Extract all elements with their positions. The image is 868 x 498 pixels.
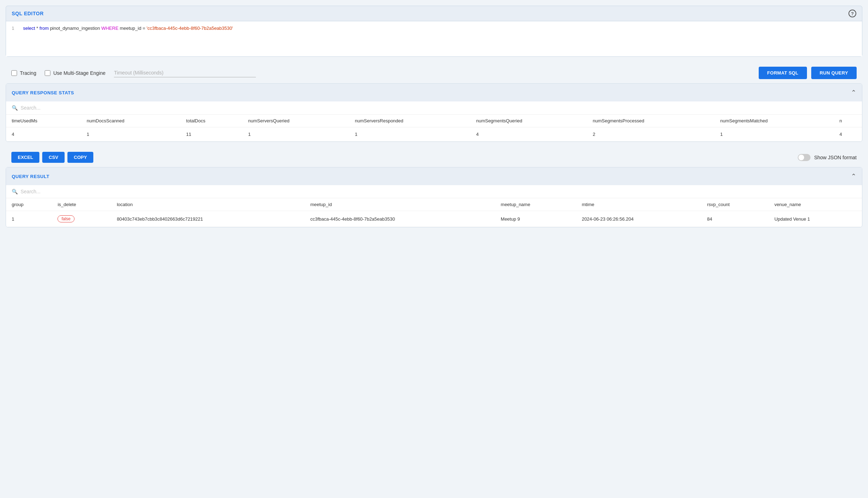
json-format-label: Show JSON format (814, 155, 857, 160)
sql-table-name: pinot_dynamo_ingestion (50, 26, 101, 31)
cell-mtime: 2024-06-23 06:26:56.204 (576, 211, 701, 227)
cell-numSegmentsQueried: 4 (471, 127, 587, 142)
col-rsvp-count: rsvp_count (702, 198, 769, 211)
run-query-button[interactable]: RUN QUERY (811, 67, 857, 79)
cell-meetup-id: cc3fbaca-445c-4ebb-8f60-7b2a5eab3530 (304, 211, 495, 227)
result-section-header: QUERY RESULT ⌃ (6, 167, 862, 185)
cell-numSegmentsProcessed: 2 (587, 127, 714, 142)
sql-string-value: 'cc3fbaca-445c-4ebb-8f60-7b2a5eab3530' (147, 26, 233, 31)
result-table-wrapper: group is_delete location meetup_id meetu… (6, 198, 862, 227)
stats-search-input[interactable] (21, 105, 856, 111)
json-format-toggle[interactable] (798, 154, 811, 161)
sql-from-keyword: from (39, 26, 49, 31)
col-numServersResponded: numServersResponded (349, 115, 471, 127)
cell-is-delete: false (52, 211, 111, 227)
format-sql-button[interactable]: FORMAT SQL (759, 67, 807, 79)
toolbar: Tracing Use Multi-Stage Engine FORMAT SQ… (6, 62, 862, 83)
timeout-input[interactable] (114, 68, 256, 77)
sql-where-keyword: WHERE (101, 26, 118, 31)
result-search-input[interactable] (21, 189, 856, 194)
sql-editor-body[interactable]: 1 select * from pinot_dynamo_ingestion W… (6, 21, 862, 56)
result-title: QUERY RESULT (12, 174, 49, 179)
col-extra: n (834, 115, 862, 127)
cell-numSegmentsMatched: 1 (715, 127, 834, 142)
result-table: group is_delete location meetup_id meetu… (6, 198, 862, 227)
sql-editor-section: SQL EDITOR ? 1 select * from pinot_dynam… (6, 6, 862, 57)
col-group: group (6, 198, 52, 211)
help-icon[interactable]: ? (848, 10, 856, 17)
col-meetup-name: meetup_name (495, 198, 576, 211)
result-data-row: 1 false 80403c743eb7cbb3c8402663d6c72192… (6, 211, 862, 227)
cell-group: 1 (6, 211, 52, 227)
false-badge: false (57, 215, 74, 222)
cell-rsvp-count: 84 (702, 211, 769, 227)
col-numSegmentsQueried: numSegmentsQueried (471, 115, 587, 127)
line-number: 1 (12, 26, 19, 52)
multistage-checkbox-group: Use Multi-Stage Engine (45, 70, 105, 76)
stats-search-bar: 🔍 (6, 101, 862, 115)
stats-search-icon: 🔍 (12, 105, 18, 111)
tracing-checkbox[interactable] (11, 70, 17, 76)
sql-condition: meetup_id = (120, 26, 147, 31)
result-search-icon: 🔍 (12, 189, 18, 194)
col-numDocsScanned: numDocsScanned (81, 115, 180, 127)
result-search-bar: 🔍 (6, 185, 862, 198)
stats-title: QUERY RESPONSE STATS (12, 90, 74, 95)
sql-asterisk: * (37, 26, 40, 31)
cell-numServersResponded: 1 (349, 127, 471, 142)
multistage-label[interactable]: Use Multi-Stage Engine (53, 70, 105, 76)
col-totalDocs: totalDocs (181, 115, 243, 127)
stats-collapse-icon[interactable]: ⌃ (851, 89, 856, 96)
query-response-stats-card: QUERY RESPONSE STATS ⌃ 🔍 timeUsedMs numD… (6, 83, 862, 142)
cell-numServersQueried: 1 (242, 127, 349, 142)
stats-table: timeUsedMs numDocsScanned totalDocs numS… (6, 115, 862, 142)
col-numSegmentsMatched: numSegmentsMatched (715, 115, 834, 127)
sql-editor-title: SQL EDITOR (12, 11, 44, 16)
cell-timeUsedMs: 4 (6, 127, 81, 142)
btn-group: FORMAT SQL RUN QUERY (759, 67, 857, 79)
cell-venue-name: Updated Venue 1 (769, 211, 862, 227)
sql-editor-header: SQL EDITOR ? (6, 6, 862, 21)
sql-code[interactable]: select * from pinot_dynamo_ingestion WHE… (23, 26, 856, 52)
cell-extra: 4 (834, 127, 862, 142)
stats-table-wrapper: timeUsedMs numDocsScanned totalDocs numS… (6, 115, 862, 142)
cell-numDocsScanned: 1 (81, 127, 180, 142)
cell-totalDocs: 11 (181, 127, 243, 142)
cell-meetup-name: Meetup 9 (495, 211, 576, 227)
action-bar: EXCEL CSV COPY Show JSON format (6, 148, 862, 167)
copy-button[interactable]: COPY (67, 152, 93, 163)
col-timeUsedMs: timeUsedMs (6, 115, 81, 127)
result-header-row: group is_delete location meetup_id meetu… (6, 198, 862, 211)
stats-header-row: timeUsedMs numDocsScanned totalDocs numS… (6, 115, 862, 127)
stats-section-header: QUERY RESPONSE STATS ⌃ (6, 84, 862, 101)
result-collapse-icon[interactable]: ⌃ (851, 172, 856, 180)
json-toggle-group: Show JSON format (798, 154, 857, 161)
col-meetup-id: meetup_id (304, 198, 495, 211)
tracing-label[interactable]: Tracing (20, 70, 36, 76)
col-mtime: mtime (576, 198, 701, 211)
tracing-checkbox-group: Tracing (11, 70, 36, 76)
multistage-checkbox[interactable] (45, 70, 50, 76)
sql-select-keyword: select (23, 26, 35, 31)
query-result-card: QUERY RESULT ⌃ 🔍 group is_delete locatio… (6, 167, 862, 227)
col-location: location (111, 198, 304, 211)
cell-location: 80403c743eb7cbb3c8402663d6c7219221 (111, 211, 304, 227)
excel-button[interactable]: EXCEL (11, 152, 39, 163)
stats-data-row: 4 1 11 1 1 4 2 1 4 (6, 127, 862, 142)
col-venue-name: venue_name (769, 198, 862, 211)
col-is-delete: is_delete (52, 198, 111, 211)
col-numServersQueried: numServersQueried (242, 115, 349, 127)
csv-button[interactable]: CSV (42, 152, 65, 163)
col-numSegmentsProcessed: numSegmentsProcessed (587, 115, 714, 127)
